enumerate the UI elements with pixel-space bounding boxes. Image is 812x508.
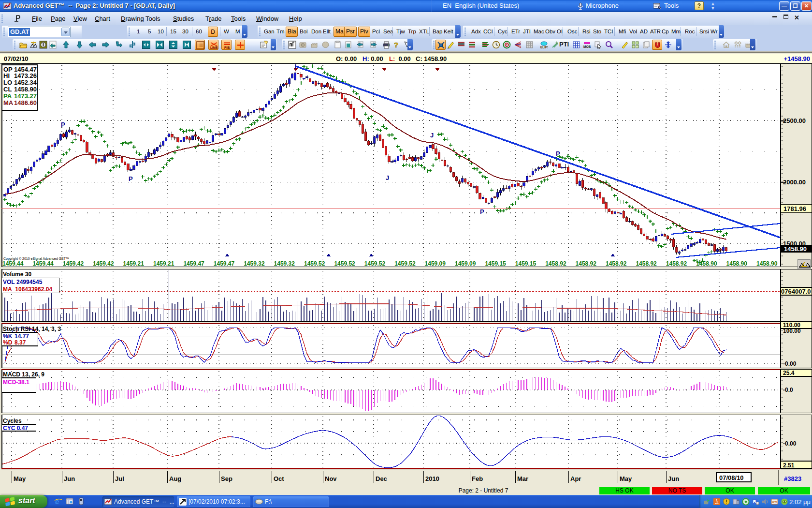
svg-text:1781.96: 1781.96 (783, 205, 806, 212)
svg-text:14.77: 14.77 (14, 333, 29, 340)
svg-text:1458.90: 1458.90 (14, 86, 37, 93)
svg-text:1459.47: 1459.47 (214, 260, 235, 267)
svg-text:1459.44: 1459.44 (2, 260, 24, 267)
svg-text:1458.90: 1458.90 (726, 260, 748, 267)
svg-text:1459.09: 1459.09 (455, 260, 476, 267)
svg-text:2500.00: 2500.00 (783, 117, 806, 124)
svg-text:WW: WW (772, 500, 777, 503)
svg-text:1452.34: 1452.34 (14, 79, 37, 86)
svg-text:OP: OP (3, 66, 13, 73)
svg-text:1459.09: 1459.09 (425, 260, 446, 267)
svg-text:R: R (753, 499, 756, 504)
svg-text:1459.52: 1459.52 (304, 260, 325, 267)
svg-text:Sep: Sep (221, 475, 232, 482)
svg-text:FIB: FIB (224, 46, 230, 49)
svg-text:1459.15: 1459.15 (515, 260, 536, 267)
svg-text:Feb: Feb (472, 475, 483, 482)
svg-text:May: May (620, 475, 632, 482)
svg-text:2010: 2010 (425, 475, 439, 482)
svg-text:1459.52: 1459.52 (394, 260, 416, 267)
svg-text:Dec: Dec (376, 475, 387, 482)
svg-text:VOL 24994545: VOL 24994545 (3, 279, 43, 285)
svg-text:1458.92: 1458.92 (545, 260, 566, 267)
svg-text:Aug: Aug (169, 475, 181, 482)
svg-text:Mar: Mar (517, 475, 528, 482)
svg-text:MACD 13, 26, 9: MACD 13, 26, 9 (3, 371, 44, 378)
svg-text:1459.32: 1459.32 (244, 260, 265, 267)
svg-text:Cycles: Cycles (3, 418, 22, 424)
svg-text:1458.92: 1458.92 (576, 260, 597, 267)
svg-text:#3823: #3823 (784, 475, 801, 482)
svg-text:May: May (14, 475, 26, 482)
svg-text:LINES: LINES (210, 46, 218, 49)
svg-text:MA: MA (3, 99, 14, 106)
svg-text:PA: PA (3, 92, 12, 100)
svg-text:07/02/10: 07/02/10 (4, 55, 29, 62)
svg-text:?: ? (394, 41, 398, 49)
svg-text:e: e (55, 497, 59, 506)
svg-text:1459.44: 1459.44 (32, 260, 54, 267)
svg-text:1458.92: 1458.92 (666, 260, 687, 267)
svg-text:J: J (430, 132, 434, 139)
svg-text:1473.27: 1473.27 (14, 92, 37, 100)
svg-text:%D: %D (3, 339, 13, 346)
svg-text:1459.21: 1459.21 (123, 260, 145, 267)
svg-text:+1458.90: +1458.90 (783, 55, 810, 62)
svg-text:LO: LO (3, 79, 12, 86)
svg-text:O: 0.00: O: 0.00 (336, 55, 357, 62)
svg-text:Oct: Oct (274, 475, 284, 482)
svg-text:P: P (556, 150, 560, 157)
svg-text:MA 106433962.04: MA 106433962.04 (3, 286, 52, 293)
svg-text:Nov: Nov (325, 475, 337, 482)
svg-text:1458.92: 1458.92 (606, 260, 627, 267)
svg-text:P: P (480, 208, 484, 215)
svg-text:1454.47: 1454.47 (14, 66, 37, 73)
svg-text:H: 0.00: H: 0.00 (362, 55, 383, 62)
svg-text:1459.52: 1459.52 (364, 260, 386, 267)
svg-text:1473.26: 1473.26 (14, 72, 37, 79)
svg-text:0764007.0: 0764007.0 (781, 288, 811, 295)
svg-text:1459.47: 1459.47 (183, 260, 204, 267)
svg-text:1459.15: 1459.15 (485, 260, 506, 267)
svg-text:Jul: Jul (115, 475, 124, 482)
svg-text:C: 1458.90: C: 1458.90 (416, 55, 447, 62)
svg-text:1458.92: 1458.92 (636, 260, 657, 267)
svg-text:100.00: 100.00 (783, 328, 801, 334)
svg-text:Stoch RSI 14, 14, 3, 3: Stoch RSI 14, 14, 3, 3 (3, 326, 61, 332)
svg-text:P: P (61, 121, 65, 128)
svg-text:Jun: Jun (668, 475, 679, 482)
svg-text:1458.90: 1458.90 (784, 245, 807, 253)
svg-text:ELIPS: ELIPS (540, 45, 548, 49)
svg-text:-0.00: -0.00 (783, 360, 797, 367)
svg-text:25.4: 25.4 (783, 370, 795, 376)
svg-text:J: J (386, 174, 389, 181)
svg-text:1459.32: 1459.32 (274, 260, 295, 267)
svg-text:Jun: Jun (64, 475, 75, 482)
svg-text:1459.21: 1459.21 (153, 260, 174, 267)
svg-text:CYC 0.47: CYC 0.47 (3, 425, 28, 432)
svg-text:2000.00: 2000.00 (783, 179, 806, 186)
svg-text:1459.42: 1459.42 (63, 260, 84, 267)
svg-text:07/08/10: 07/08/10 (719, 474, 744, 481)
svg-text:Apr: Apr (570, 475, 581, 482)
svg-text:CL: CL (3, 86, 12, 93)
svg-text:P: P (129, 175, 133, 182)
svg-text:-0.00: -0.00 (783, 440, 797, 447)
svg-text:8.37: 8.37 (14, 339, 26, 346)
svg-text:Volume 30: Volume 30 (3, 271, 31, 278)
svg-text:HI: HI (3, 72, 10, 79)
svg-text:L: 0.00: L: 0.00 (389, 55, 411, 62)
svg-text:1459.42: 1459.42 (93, 260, 114, 267)
svg-text:1486.60: 1486.60 (14, 99, 37, 106)
svg-text:2.51: 2.51 (783, 462, 795, 469)
svg-text:1458.90: 1458.90 (756, 260, 778, 267)
svg-text:MOB: MOB (583, 45, 591, 48)
svg-text:-0.0: -0.0 (783, 387, 793, 393)
svg-text:%K: %K (3, 333, 13, 340)
svg-text:1459.52: 1459.52 (334, 260, 355, 267)
svg-text:MCD-38.1: MCD-38.1 (3, 379, 29, 386)
svg-text:1458.90: 1458.90 (696, 260, 717, 267)
